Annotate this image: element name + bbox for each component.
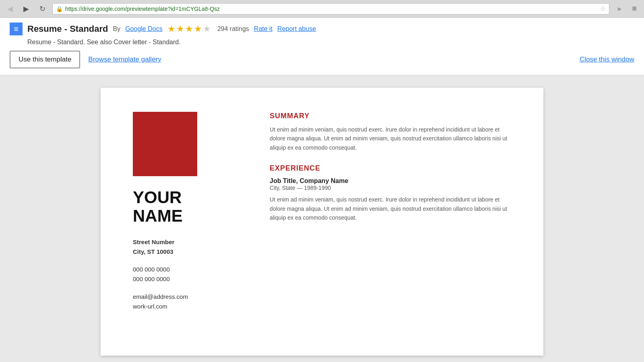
page-header: ≡ Resume - Standard By Google Docs ★ ★ ★… xyxy=(0,18,644,76)
actions-row: Use this template Browse template galler… xyxy=(10,51,634,68)
resume-photo xyxy=(133,112,197,176)
name-line1: YOUR xyxy=(133,188,182,207)
star-2: ★ xyxy=(176,24,184,34)
phone2: 000 000 0000 xyxy=(133,274,246,284)
experience-text: Ut enim ad minim veniam, quis nostrud ex… xyxy=(270,195,511,222)
browse-gallery-link[interactable]: Browse template gallery xyxy=(88,56,161,64)
menu-button[interactable]: ≡ xyxy=(629,3,640,14)
address-bar: 🔒 https://drive.google.com/previewtempla… xyxy=(52,3,609,14)
subtitle-row: Resume - Standard. See also Cover letter… xyxy=(27,39,634,46)
forward-button[interactable]: ▶ xyxy=(20,3,32,15)
job-title: Job Title, Company Name xyxy=(270,177,511,185)
refresh-button[interactable]: ↻ xyxy=(36,3,48,15)
resume-name: YOUR NAME xyxy=(133,188,246,225)
template-title: Resume - Standard xyxy=(27,24,108,34)
star-1: ★ xyxy=(167,24,175,34)
left-actions: Use this template Browse template galler… xyxy=(10,51,161,68)
name-line2: NAME xyxy=(133,206,183,225)
stars-container: ★ ★ ★ ★ ★ xyxy=(167,24,211,34)
job-details: City, State — 1989-1990 xyxy=(270,185,511,191)
experience-heading: EXPERIENCE xyxy=(270,164,511,173)
summary-text: Ut enim ad minim veniam, quis nostrud ex… xyxy=(270,125,511,152)
experience-entry: Job Title, Company Name City, State — 19… xyxy=(270,177,511,222)
rate-link[interactable]: Rate it xyxy=(254,25,272,33)
use-template-button[interactable]: Use this template xyxy=(10,51,80,68)
header-top: ≡ Resume - Standard By Google Docs ★ ★ ★… xyxy=(10,23,634,35)
resume-website: work-url.com xyxy=(133,302,246,311)
star-5: ★ xyxy=(203,24,211,34)
resume-layout: YOUR NAME Street Number City, ST 10003 0… xyxy=(133,112,511,311)
resume-phone: 000 000 0000 000 000 0000 xyxy=(133,265,246,284)
summary-heading: SUMMARY xyxy=(270,112,511,120)
back-button[interactable]: ◀ xyxy=(4,3,16,15)
by-label: By xyxy=(113,25,121,33)
resume-right: SUMMARY Ut enim ad minim veniam, quis no… xyxy=(270,112,511,311)
document-preview: YOUR NAME Street Number City, ST 10003 0… xyxy=(101,88,543,356)
resume-left: YOUR NAME Street Number City, ST 10003 0… xyxy=(133,112,246,311)
subtitle-text: Resume - Standard. See also Cover letter… xyxy=(27,39,181,45)
resume-contact: email@address.com work-url.com xyxy=(133,292,246,311)
resume-email: email@address.com xyxy=(133,292,246,302)
resume-address: Street Number City, ST 10003 xyxy=(133,237,246,257)
phone1: 000 000 0000 xyxy=(133,265,246,274)
doc-icon: ≡ xyxy=(10,23,23,35)
browser-chrome: ◀ ▶ ↻ 🔒 https://drive.google.com/preview… xyxy=(0,0,644,18)
doc-icon-symbol: ≡ xyxy=(14,25,19,34)
content-area: YOUR NAME Street Number City, ST 10003 0… xyxy=(0,76,644,362)
address-line1: Street Number xyxy=(133,237,246,247)
lock-icon: 🔒 xyxy=(56,6,63,12)
report-abuse-link[interactable]: Report abuse xyxy=(277,25,316,33)
ratings-count: 294 ratings xyxy=(217,25,249,33)
author-link[interactable]: Google Docs xyxy=(125,25,163,33)
bookmark-icon[interactable]: ☆ xyxy=(600,5,606,12)
star-4: ★ xyxy=(194,24,202,34)
close-window-link[interactable]: Close this window xyxy=(580,56,634,64)
extra-button[interactable]: » xyxy=(613,3,625,14)
url-text: https://drive.google.com/previewtemplate… xyxy=(65,6,598,12)
star-3: ★ xyxy=(185,24,193,34)
address-line2: City, ST 10003 xyxy=(133,247,246,257)
